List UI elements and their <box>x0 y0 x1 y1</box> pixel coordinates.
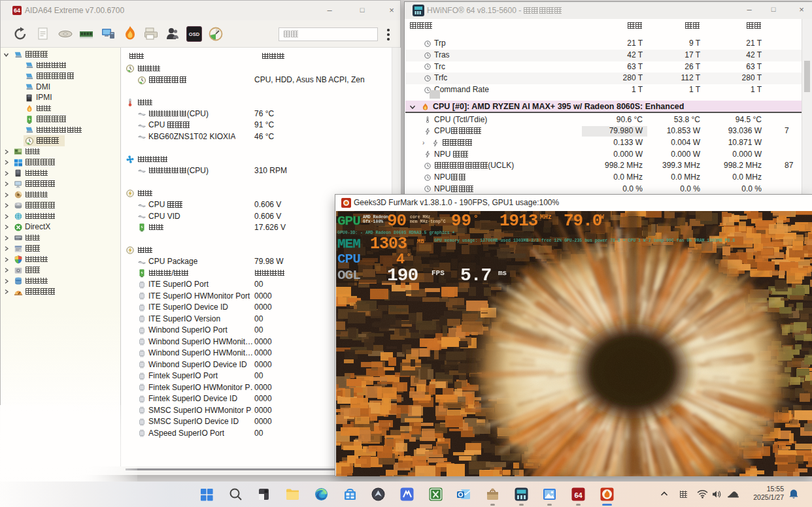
svg-text:64: 64 <box>574 491 583 499</box>
